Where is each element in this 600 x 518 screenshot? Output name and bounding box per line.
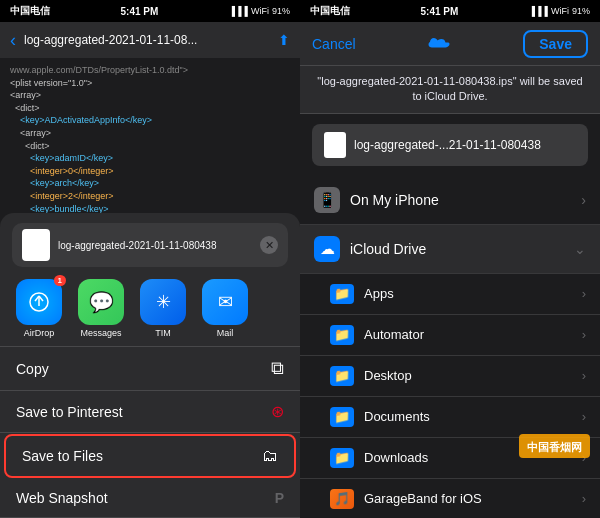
mail-label: Mail [217, 328, 234, 338]
copy-icon: ⧉ [271, 358, 284, 379]
back-button[interactable]: ‹ [10, 30, 16, 51]
mail-icon[interactable]: ✉ [202, 279, 248, 325]
folder-documents[interactable]: 📁 Documents › [300, 397, 600, 438]
carrier-right: 中国电信 [310, 4, 350, 18]
status-bar-right: 中国电信 5:41 PM ▐▐▐ WiFi 91% [300, 0, 600, 22]
signal-icon: ▐▐▐ [229, 6, 248, 16]
action-save-files[interactable]: Save to Files 🗂 [4, 434, 296, 478]
location-icloud-drive[interactable]: ☁ iCloud Drive ⌄ [300, 225, 600, 274]
battery-left: 91% [272, 6, 290, 16]
code-line: <integer>2</integer> [10, 190, 290, 203]
messages-icon[interactable]: 💬 [78, 279, 124, 325]
folder-icon-desktop: 📁 [330, 366, 354, 386]
icloud-svg [428, 36, 450, 52]
share-icon[interactable]: ⬆ [278, 32, 290, 48]
action-copy[interactable]: Copy ⧉ [0, 347, 300, 391]
code-line: <integer>0</integer> [10, 165, 290, 178]
airdrop-svg [25, 288, 53, 316]
folder-label-apps: Apps [364, 286, 572, 301]
chevron-iphone: › [581, 192, 586, 208]
save-files-label: Save to Files [22, 448, 103, 464]
save-pinterest-label: Save to Pinterest [16, 404, 123, 420]
status-bar-left: 中国电信 5:41 PM ▐▐▐ WiFi 91% [0, 0, 300, 22]
time-left: 5:41 PM [121, 6, 159, 17]
header-bar-left: ‹ log-aggregated-2021-01-11-08... ⬆ [0, 22, 300, 58]
file-name-box[interactable]: log-aggregated-...21-01-11-080438 [312, 124, 588, 166]
file-badge: log-aggregated-2021-01-11-080438 ✕ [12, 223, 288, 267]
folder-label-documents: Documents [364, 409, 572, 424]
code-line: <plist version="1.0"> [10, 77, 290, 90]
cancel-button[interactable]: Cancel [312, 36, 356, 52]
folder-label-downloads: Downloads [364, 450, 572, 465]
save-button[interactable]: Save [523, 30, 588, 58]
folder-desktop[interactable]: 📁 Desktop › [300, 356, 600, 397]
messages-label: Messages [80, 328, 121, 338]
code-line: <key>adamID</key> [10, 152, 290, 165]
folder-icon-documents: 📁 [330, 407, 354, 427]
icloud-drive-label: iCloud Drive [350, 241, 564, 257]
app-item-mail[interactable]: ✉ Mail [194, 279, 256, 338]
badge-count: 1 [54, 275, 66, 286]
app-item-messages[interactable]: 💬 Messages [70, 279, 132, 338]
tim-glyph: ✳ [156, 291, 171, 313]
battery-right: 91% [572, 6, 590, 16]
status-icons-left: ▐▐▐ WiFi 91% [229, 6, 290, 16]
on-my-iphone-label: On My iPhone [350, 192, 571, 208]
folder-icon-garageband: 🎵 [330, 489, 354, 509]
carrier-left: 中国电信 [10, 4, 50, 18]
tim-icon[interactable]: ✳ [140, 279, 186, 325]
folder-label-automator: Automator [364, 327, 572, 342]
messages-glyph: 💬 [89, 290, 114, 314]
action-save-pinterest[interactable]: Save to Pinterest ⊛ [0, 391, 300, 433]
app-item-airdrop[interactable]: 1 AirDrop [8, 279, 70, 338]
icloud-header-icon [425, 33, 453, 55]
phone-icon: 📱 [314, 187, 340, 213]
copy-label: Copy [16, 361, 49, 377]
wifi-icon: WiFi [251, 6, 269, 16]
folder-garageband[interactable]: 🎵 GarageBand for iOS › [300, 479, 600, 518]
folder-downloads[interactable]: 📁 Downloads › [300, 438, 600, 479]
action-web-snapshot[interactable]: Web Snapshot P [0, 479, 300, 518]
close-badge-button[interactable]: ✕ [260, 236, 278, 254]
code-line: <key>ADActivatedAppInfo</key> [10, 114, 290, 127]
folder-apps[interactable]: 📁 Apps › [300, 274, 600, 315]
file-badge-name: log-aggregated-2021-01-11-080438 [58, 240, 260, 251]
share-apps-row: 1 AirDrop 💬 Messages ✳ TIM ✉ Mai [0, 273, 300, 346]
chevron-desktop: › [582, 368, 586, 383]
file-title: log-aggregated-2021-01-11-08... [24, 33, 270, 47]
app-item-tim[interactable]: ✳ TIM [132, 279, 194, 338]
airdrop-label: AirDrop [24, 328, 55, 338]
folder-icon-apps: 📁 [330, 284, 354, 304]
chevron-garageband: › [582, 491, 586, 506]
folder-label-garageband: GarageBand for iOS [364, 491, 572, 506]
file-name-field[interactable]: log-aggregated-...21-01-11-080438 [354, 138, 541, 152]
airdrop-icon[interactable]: 1 [16, 279, 62, 325]
folder-icon-downloads: 📁 [330, 448, 354, 468]
code-line: <array> [10, 89, 290, 102]
files-icon: 🗂 [262, 447, 278, 465]
tim-label: TIM [155, 328, 171, 338]
location-on-my-iphone[interactable]: 📱 On My iPhone › [300, 176, 600, 225]
code-line: <array> [10, 127, 290, 140]
header-bar-right: Cancel Save [300, 22, 600, 66]
location-list: 📱 On My iPhone › ☁ iCloud Drive ⌄ 📁 Apps… [300, 176, 600, 518]
file-icon [22, 229, 50, 261]
mail-glyph: ✉ [218, 291, 233, 313]
code-line: www.apple.com/DTDs/PropertyList-1.0.dtd"… [10, 64, 290, 77]
chevron-apps: › [582, 286, 586, 301]
right-panel: 中国电信 5:41 PM ▐▐▐ WiFi 91% Cancel Save "l… [300, 0, 600, 518]
web-snapshot-icon: P [275, 490, 284, 506]
code-line: <key>arch</key> [10, 177, 290, 190]
left-panel: 中国电信 5:41 PM ▐▐▐ WiFi 91% ‹ log-aggregat… [0, 0, 300, 518]
icloud-icon: ☁ [314, 236, 340, 262]
signal-icon-right: ▐▐▐ [529, 6, 548, 16]
code-line: <dict> [10, 140, 290, 153]
folder-label-desktop: Desktop [364, 368, 572, 383]
folder-automator[interactable]: 📁 Automator › [300, 315, 600, 356]
chevron-downloads: › [582, 450, 586, 465]
action-list: Copy ⧉ Save to Pinterest ⊛ Save to Files… [0, 346, 300, 518]
chevron-automator: › [582, 327, 586, 342]
status-icons-right: ▐▐▐ WiFi 91% [529, 6, 590, 16]
chevron-documents: › [582, 409, 586, 424]
folder-icon-automator: 📁 [330, 325, 354, 345]
